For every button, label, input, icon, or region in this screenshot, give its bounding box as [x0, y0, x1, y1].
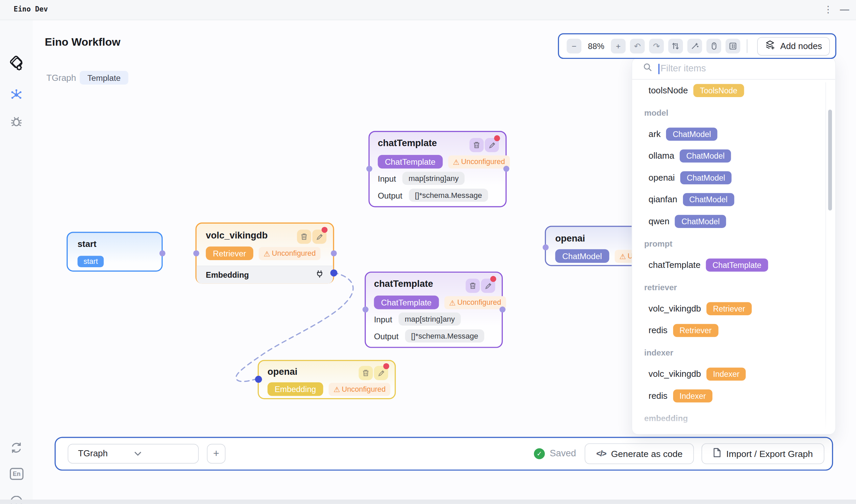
delete-node-button[interactable]	[359, 366, 373, 380]
node-chat-template-middle[interactable]: chatTemplate ChatTemplate ⚠Unconfigured …	[365, 272, 503, 348]
retriever-badge: Retriever	[673, 324, 718, 337]
chattemplate-badge: ChatTemplate	[706, 258, 768, 272]
input-type-pill: map[string]any	[399, 312, 461, 326]
warning-icon: ⚠	[453, 157, 460, 166]
filter-row	[632, 58, 835, 79]
embedding-badge: Embedding	[666, 433, 719, 435]
embedding-slot-row[interactable]: Embedding	[196, 266, 333, 284]
port-start-right[interactable]	[159, 250, 165, 256]
port-volc-right[interactable]	[330, 250, 337, 256]
port-openai-embedding-left[interactable]	[255, 376, 262, 383]
delete-node-button[interactable]	[470, 138, 484, 152]
chatmodel-type-badge: ChatModel	[555, 249, 609, 263]
mouse-mode-button[interactable]	[706, 39, 721, 53]
list-item-qwen[interactable]: qwenChatModel	[632, 210, 836, 232]
generate-code-button[interactable]: </> Generate as code	[585, 444, 694, 464]
list-item-qianfan[interactable]: qianfanChatModel	[632, 189, 836, 210]
list-item-redis-retriever[interactable]: redisRetriever	[632, 320, 836, 341]
port-volc-embedding[interactable]	[330, 269, 337, 276]
zoom-out-button[interactable]: −	[567, 39, 582, 53]
warning-icon: ⚠	[263, 249, 270, 258]
port-ct1-right[interactable]	[503, 166, 509, 172]
list-item-ollama[interactable]: ollamaChatModel	[632, 145, 836, 167]
warning-icon: ⚠	[449, 298, 456, 307]
window-bottom-strip	[0, 500, 856, 504]
section-model: model	[632, 102, 836, 123]
breadcrumb-template-tag[interactable]: Template	[80, 71, 128, 85]
unconfigured-badge: ⚠Unconfigured	[328, 382, 390, 396]
toolsnode-badge: ToolsNode	[694, 84, 744, 97]
breadcrumb-graph[interactable]: TGraph	[46, 73, 76, 83]
redo-button[interactable]: ↷	[649, 39, 664, 53]
port-openai-chat-left[interactable]	[543, 244, 549, 250]
unconfigured-dot	[490, 276, 496, 282]
unconfigured-badge: ⚠Unconfigured	[444, 296, 506, 309]
node-start[interactable]: start start	[67, 232, 163, 272]
node-volc-vikingdb[interactable]: volc_vikingdb Retriever ⚠Unconfigured Em…	[195, 222, 334, 284]
add-nodes-label: Add nodes	[780, 41, 822, 51]
list-item-ark-embedding[interactable]: arkEmbedding	[632, 429, 836, 435]
port-ct2-right[interactable]	[499, 306, 505, 312]
list-item-ark[interactable]: arkChatModel	[632, 123, 836, 145]
scrollbar-track	[825, 82, 826, 431]
add-nodes-panel: toolsNodeToolsNode model arkChatModel ol…	[632, 57, 836, 435]
import-export-label: Import / Export Graph	[726, 449, 813, 459]
section-retriever: retriever	[632, 276, 836, 298]
node-type-list: toolsNodeToolsNode model arkChatModel ol…	[632, 79, 836, 435]
debug-bug-icon[interactable]	[0, 115, 33, 129]
zoom-in-button[interactable]: +	[611, 39, 626, 53]
graph-select[interactable]: TGraph	[68, 444, 199, 463]
list-item-redis-indexer[interactable]: redisIndexer	[632, 385, 836, 407]
import-export-button[interactable]: Import / Export Graph	[702, 444, 824, 464]
section-embedding: embedding	[632, 407, 836, 429]
port-ct1-left[interactable]	[366, 166, 372, 172]
list-item-chattemplate[interactable]: chatTemplateChatTemplate	[632, 254, 836, 276]
add-nodes-button[interactable]: Add nodes	[757, 37, 829, 55]
language-icon[interactable]: En	[10, 468, 23, 480]
retriever-badge: Retriever	[706, 302, 752, 315]
auto-layout-button[interactable]	[668, 39, 683, 53]
unconfigured-badge: ⚠Unconfigured	[259, 247, 321, 260]
chevron-down-icon	[134, 449, 191, 459]
node-title: chatTemplate	[378, 138, 437, 149]
app-title: Eino Dev	[14, 5, 48, 13]
list-item-volc-retriever[interactable]: volc_vikingdbRetriever	[632, 298, 836, 319]
node-openai-embedding[interactable]: openai Embedding ⚠Unconfigured	[258, 360, 396, 399]
filter-input[interactable]	[659, 62, 801, 74]
node-title: openai	[268, 366, 297, 377]
output-type-pill: []*schema.Message	[405, 329, 484, 343]
code-icon: </>	[596, 449, 606, 458]
delete-node-button[interactable]	[297, 230, 311, 244]
footer-bar: TGraph + ✓ Saved </> Generate as code Im…	[54, 437, 833, 470]
magic-wand-button[interactable]	[687, 39, 702, 53]
chatmodel-badge: ChatModel	[680, 171, 732, 184]
titlebar: Eino Dev ⋮ —	[0, 0, 856, 20]
node-chat-template-top[interactable]: chatTemplate ChatTemplate ⚠Unconfigured …	[369, 131, 507, 208]
add-graph-button[interactable]: +	[207, 444, 225, 463]
input-label: Input	[378, 174, 396, 183]
zoom-level: 88%	[586, 42, 606, 51]
list-item-volc-indexer[interactable]: volc_vikingdbIndexer	[632, 363, 836, 385]
refresh-icon[interactable]	[0, 441, 33, 454]
minimap-button[interactable]	[726, 39, 740, 53]
list-item-toolsnode[interactable]: toolsNodeToolsNode	[632, 79, 836, 101]
retriever-type-badge: Retriever	[206, 247, 253, 260]
page-title: Eino Workflow	[45, 36, 120, 48]
scrollbar-thumb[interactable]	[828, 110, 832, 210]
window-menu-icon[interactable]: ⋮	[822, 3, 834, 17]
input-label: Input	[374, 314, 392, 323]
window-minimize-icon[interactable]: —	[838, 3, 850, 17]
list-item-openai[interactable]: openaiChatModel	[632, 167, 836, 188]
graph-select-value: TGraph	[78, 449, 134, 459]
chattemplate-type-badge: ChatTemplate	[378, 155, 443, 168]
port-ct2-left[interactable]	[362, 306, 369, 312]
node-title: volc_vikingdb	[206, 230, 268, 241]
workflow-nav-icon[interactable]	[0, 88, 33, 102]
delete-node-button[interactable]	[466, 279, 480, 293]
indexer-badge: Indexer	[706, 368, 746, 381]
port-volc-left[interactable]	[193, 250, 199, 256]
unconfigured-badge: ⚠Unconfigured	[448, 155, 510, 168]
chatmodel-badge: ChatModel	[666, 127, 718, 141]
node-title: chatTemplate	[374, 279, 433, 290]
undo-button[interactable]: ↶	[630, 39, 645, 53]
